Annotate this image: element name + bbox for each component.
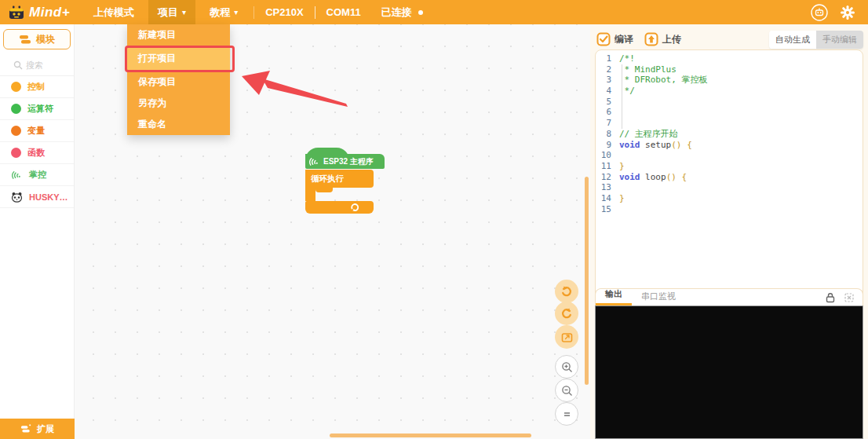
line-number: 5 [596,97,619,108]
compile-button[interactable]: 编译 [596,32,633,46]
code-line-11: 11} [596,161,863,172]
search-input[interactable] [26,60,60,70]
category-0[interactable]: 控制 [0,76,74,98]
connection-status[interactable]: 已连接 [372,0,412,24]
line-number: 12 [596,172,619,183]
serial-port[interactable]: COM11 [322,0,366,24]
undo-button[interactable] [555,280,578,303]
connected-dot-icon [418,10,423,15]
category-3[interactable]: 函数 [0,142,74,164]
lock-icon[interactable] [825,292,836,303]
menu-item-0[interactable]: 新建项目 [127,24,230,46]
category-label: 变量 [27,125,45,137]
clear-output-icon[interactable] [844,292,855,303]
line-number: 2 [596,64,619,75]
category-circle-icon [11,126,21,136]
menu-upload-mode[interactable]: 上传模式 [84,0,144,24]
category-list: 控制运算符变量函数掌控HUSKY… [0,76,74,208]
tab-serial-monitor[interactable]: 串口监视 [632,291,685,305]
top-bar: Mind+ 上传模式 项目 教程 CP210X COM11 已连接 [0,0,868,24]
blocks-sidebar: 模块 控制运算符变量函数掌控HUSKY… 扩展 [0,24,75,439]
handpy-hand-icon [308,155,320,167]
menu-item-1[interactable]: 打开项目 [127,46,230,71]
code-editor[interactable]: 1/*!2 * MindPlus3 * DFRobot, 掌控板4 */5678… [595,49,863,305]
code-line-7: 7 [596,118,863,129]
mode-auto-generate[interactable]: 自动生成 [769,31,816,49]
category-label: 掌控 [29,169,46,181]
code-mode-toggle: 自动生成 手动编辑 [769,31,863,49]
line-number: 3 [596,75,619,86]
divider [315,6,315,19]
search-row [0,54,74,76]
extensions-icon [20,424,32,434]
zoom-in-icon [561,361,573,373]
category-4[interactable]: 掌控 [0,164,74,186]
zoom-in-button[interactable] [555,355,578,379]
code-line-12: 12void loop() { [596,172,863,183]
code-line-15: 15 [596,204,863,215]
loop-block-notch [315,188,333,192]
upload-button[interactable]: 上传 [644,32,681,46]
settings-gear-icon[interactable] [838,3,857,22]
search-icon [13,60,23,70]
loop-arrow-icon [350,203,359,212]
console-output[interactable] [595,305,863,439]
divider [253,6,254,19]
menu-project[interactable]: 项目 [148,0,195,24]
robot-assistant-icon[interactable] [810,3,829,22]
loop-block-spine [305,188,315,201]
blocks-icon [19,35,31,45]
category-1[interactable]: 运算符 [0,98,74,120]
line-number: 7 [596,118,619,129]
menu-item-2[interactable]: 保存项目 [127,71,230,93]
code-line-14: 14} [596,193,863,204]
redo-button[interactable] [555,302,578,325]
mode-manual-edit[interactable]: 手动编辑 [816,31,863,49]
extensions-button[interactable]: 扩展 [0,419,75,439]
redo-icon [560,307,573,320]
device-name[interactable]: CP210X [261,0,308,24]
zoom-out-button[interactable] [555,379,578,402]
zoom-out-icon [561,385,573,397]
code-line-3: 3 * DFRobot, 掌控板 [596,75,863,86]
vertical-scrollbar[interactable] [585,177,589,385]
output-header: 输出 串口监视 [595,288,863,305]
robot-logo-icon [8,5,25,20]
line-number: 9 [596,140,619,151]
upload-label: 上传 [662,33,681,46]
category-circle-icon [11,82,21,92]
line-number: 15 [596,204,619,215]
code-toolbar: 编译 上传 自动生成 手动编辑 [596,31,863,48]
line-number: 10 [596,150,619,161]
horizontal-scrollbar[interactable] [330,434,531,437]
line-number: 1 [596,53,619,64]
upload-arrow-icon [644,32,658,46]
compile-check-icon [596,32,611,46]
code-line-5: 5 [596,97,863,108]
output-panel: 输出 串口监视 [595,288,863,439]
frame-arrow-icon [561,331,573,343]
line-number: 13 [596,182,619,193]
menu-item-3[interactable]: 另存为 [127,93,230,114]
panda-icon [11,192,23,203]
screenshot-button[interactable] [555,325,578,349]
compile-label: 编译 [615,33,633,46]
code-line-1: 1/*! [596,53,863,64]
category-circle-icon [11,104,21,114]
modules-header-label: 模块 [36,33,55,46]
category-5[interactable]: HUSKY… [0,186,74,208]
menu-item-4[interactable]: 重命名 [127,114,230,135]
loop-block-bottom [305,201,374,214]
category-2[interactable]: 变量 [0,120,74,142]
code-line-6: 6 [596,107,863,118]
modules-header[interactable]: 模块 [3,29,71,49]
menu-tutorial[interactable]: 教程 [200,0,247,24]
tab-output[interactable]: 输出 [596,288,632,305]
category-label: 运算符 [27,103,53,115]
loop-forever-block[interactable]: 循环执行 [305,170,374,214]
mindplus-logo: Mind+ [8,5,70,20]
center-blocks-button[interactable] [555,402,578,426]
code-line-9: 9void setup() { [596,140,863,151]
extensions-label: 扩展 [37,423,54,435]
esp32-hat-block[interactable]: ESP32 主程序 [305,148,385,169]
